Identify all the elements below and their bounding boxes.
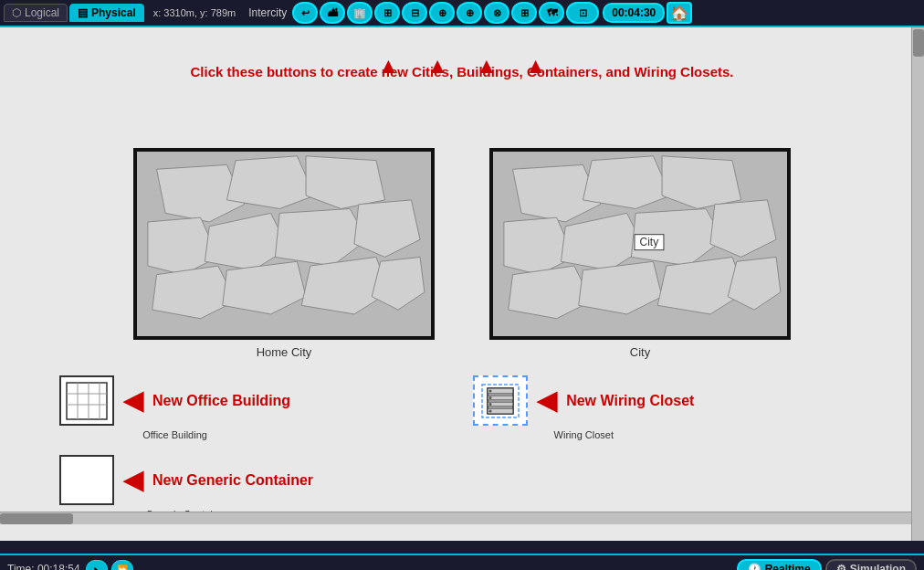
realtime-label: Realtime	[765, 563, 811, 570]
wiring-closet-new-label: New Wiring Closet	[566, 393, 694, 409]
add-device-button[interactable]: ⊕	[457, 2, 482, 24]
home-city-label: Home City	[257, 345, 312, 359]
office-building-icon[interactable]	[59, 375, 114, 426]
realtime-button[interactable]: 🕐 Realtime	[737, 559, 822, 570]
svg-point-39	[489, 409, 492, 412]
grid-button[interactable]: ⊞	[511, 2, 537, 24]
tab-logical-label: Logical	[25, 6, 59, 19]
sim-icon: ⚙	[836, 563, 846, 570]
svg-point-38	[489, 403, 492, 406]
wiring-closet-arrow: ◀	[537, 385, 557, 416]
wiring-closet-group: ◀ New Wiring Closet Wiring Closet	[473, 375, 694, 440]
time-label: Time: 00:18:54	[7, 563, 80, 570]
wiring-closet-label: Wiring Closet	[554, 429, 614, 440]
bottom-bar: Time: 00:18:54 ⏵ ⏩ 🕐 Realtime ⚙ Simulati…	[0, 554, 924, 570]
coordinates-display: x: 3310m, y: 789m	[153, 7, 236, 18]
city-badge-label: City	[639, 236, 658, 248]
city-card[interactable]: City City	[489, 148, 791, 359]
city-label: City	[630, 345, 650, 359]
arrow-up-4: ▲	[525, 55, 547, 77]
generic-container-new-label: New Generic Container	[152, 472, 313, 489]
simulation-button[interactable]: ⚙ Simulation	[825, 559, 917, 570]
container-button[interactable]: ⊞	[374, 2, 400, 24]
back-button[interactable]: ↩	[292, 2, 318, 24]
tab-physical-label: Physical	[91, 6, 136, 19]
tab-logical[interactable]: ⬡ Logical	[4, 4, 68, 22]
scroll-thumb-horizontal[interactable]	[0, 513, 73, 524]
simulation-label: Simulation	[850, 563, 906, 570]
city-badge: City	[634, 234, 664, 250]
city-map[interactable]: City	[489, 148, 791, 340]
wiring-closet-icon[interactable]	[473, 375, 528, 426]
arrow-up-2: ▲	[426, 55, 448, 77]
scrollbar-right[interactable]	[911, 27, 924, 541]
office-building-svg	[65, 381, 109, 421]
up-arrows: ▲ ▲ ▲ ▲	[377, 55, 546, 77]
city-button[interactable]: 🏙	[320, 2, 345, 24]
arrow-up-1: ▲	[377, 55, 399, 77]
home-city-map[interactable]	[133, 148, 435, 340]
items-row-2: ◀ New Generic Container Generic Containe…	[59, 455, 915, 520]
building-button[interactable]: 🏢	[347, 2, 373, 24]
clock-icon: 🕐	[748, 563, 761, 570]
office-building-group: ◀ New Office Building Office Building	[59, 375, 290, 440]
wiring-closet-icon-row: ◀ New Wiring Closet	[473, 375, 694, 426]
connect-button[interactable]: ⊗	[484, 2, 509, 24]
play-pause-button[interactable]: ⏵	[86, 560, 108, 570]
office-building-arrow: ◀	[123, 385, 143, 416]
office-building-label: Office Building	[142, 429, 207, 440]
map-button[interactable]: 🗺	[539, 2, 564, 24]
arrow-up-3: ▲	[476, 55, 498, 77]
office-building-new-label: New Office Building	[152, 393, 290, 409]
toolbar: ⬡ Logical ▤ Physical x: 3310m, y: 789m I…	[0, 0, 924, 27]
wiring-closet-button[interactable]: ⊟	[402, 2, 427, 24]
main-area: ▲ ▲ ▲ ▲ Click these buttons to create ne…	[0, 27, 924, 541]
cities-row: Home City	[9, 148, 915, 359]
generic-container-group: ◀ New Generic Container Generic Containe…	[59, 455, 313, 520]
generic-container-icon[interactable]	[59, 455, 114, 505]
zoom-button[interactable]: ⊡	[566, 2, 599, 24]
wiring-closet-svg	[480, 383, 520, 419]
scroll-thumb-vertical[interactable]	[913, 29, 924, 57]
add-button[interactable]: ⊕	[429, 2, 455, 24]
office-building-icon-row: ◀ New Office Building	[59, 375, 290, 426]
items-row-1: ◀ New Office Building Office Building	[59, 375, 915, 440]
home-city-svg	[137, 152, 431, 336]
canvas-area: ▲ ▲ ▲ ▲ Click these buttons to create ne…	[0, 27, 924, 541]
home-city-card[interactable]: Home City	[133, 148, 435, 359]
svg-point-37	[489, 396, 492, 399]
physical-icon: ▤	[78, 6, 88, 19]
svg-rect-24	[67, 383, 107, 419]
svg-point-36	[489, 389, 492, 392]
intercity-label: Intercity	[248, 6, 287, 19]
fast-forward-button[interactable]: ⏩	[111, 560, 133, 570]
timer-display: 00:04:30	[603, 3, 665, 23]
logical-icon: ⬡	[12, 6, 21, 19]
items-section: ◀ New Office Building Office Building	[9, 375, 915, 520]
home-button[interactable]: 🏠	[667, 2, 692, 24]
generic-container-arrow: ◀	[123, 465, 143, 495]
scrollbar-bottom[interactable]	[0, 512, 911, 524]
generic-container-icon-row: ◀ New Generic Container	[59, 455, 313, 505]
tab-physical[interactable]: ▤ Physical	[69, 4, 144, 22]
